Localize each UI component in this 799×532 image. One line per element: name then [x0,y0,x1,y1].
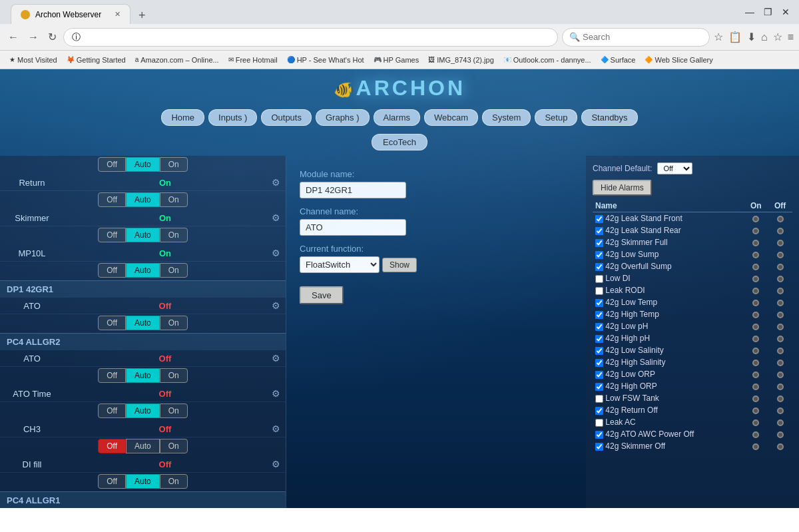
nav-graphs[interactable]: Graphs ) [316,109,370,126]
alarm-on-radio[interactable] [752,228,759,234]
off-btn[interactable]: Off [98,228,126,242]
bookmark-outlook[interactable]: 📧 Outlook.com - dannye... [499,55,595,65]
off-btn[interactable]: Off [98,368,126,383]
nav-home[interactable]: Home [161,109,204,126]
channel-default-select[interactable]: Off On Auto [657,162,692,174]
on-btn[interactable]: On [160,439,188,453]
alarm-on-radio[interactable] [752,276,759,282]
alarm-off-radio[interactable] [777,216,784,222]
gear-button[interactable]: ⚙ [272,300,280,311]
alarm-off-radio[interactable] [777,276,784,282]
auto-btn[interactable]: Auto [126,439,160,453]
alarm-on-radio[interactable] [752,419,759,426]
alarm-off-radio[interactable] [777,264,784,270]
alarm-checkbox[interactable] [595,347,603,355]
on-btn[interactable]: On [160,316,188,330]
bookmark-most-visited[interactable]: ★ Most Visited [5,55,61,65]
on-btn[interactable]: On [160,263,188,278]
on-btn[interactable]: On [160,228,188,242]
alarm-checkbox[interactable] [595,227,603,235]
off-btn[interactable]: Off [98,403,126,418]
alarm-off-radio[interactable] [777,419,784,426]
alarm-on-radio[interactable] [752,348,759,354]
alarm-on-radio[interactable] [752,252,759,258]
off-btn[interactable]: Off [98,316,126,330]
nav-inputs[interactable]: Inputs ) [208,109,257,126]
off-btn[interactable]: Off [98,263,126,278]
auto-btn[interactable]: Auto [126,228,160,242]
nav-setup[interactable]: Setup [535,109,577,126]
gear-button[interactable]: ⚙ [272,423,280,434]
alarm-checkbox[interactable] [595,431,603,439]
alarm-checkbox[interactable] [595,275,603,283]
address-bar[interactable]: ⓘ [63,28,558,47]
alarm-on-radio[interactable] [752,372,759,378]
auto-btn[interactable]: Auto [126,263,160,278]
alarm-on-radio[interactable] [752,443,759,450]
alarm-on-radio[interactable] [752,216,759,222]
alarm-off-radio[interactable] [777,228,784,234]
alarm-off-radio[interactable] [777,252,784,258]
alarm-on-radio[interactable] [752,407,759,414]
on-btn[interactable]: On [160,157,188,172]
alarm-off-radio[interactable] [777,443,784,450]
nav-alarms[interactable]: Alarms [374,109,420,126]
close-button[interactable]: ✕ [778,7,794,17]
off-btn-active[interactable]: Off [98,439,126,453]
reading-list-icon[interactable]: 📋 [728,31,742,43]
module-name-input[interactable] [300,182,406,198]
save-button[interactable]: Save [300,286,344,304]
alarm-checkbox[interactable] [595,419,603,427]
off-btn[interactable]: Off [98,474,126,489]
alarm-on-radio[interactable] [752,396,759,402]
auto-btn[interactable]: Auto [126,368,160,383]
off-btn[interactable]: Off [98,192,126,207]
alarm-checkbox[interactable] [595,395,603,403]
alarm-checkbox[interactable] [595,311,603,319]
gear-button[interactable]: ⚙ [272,459,280,469]
nav-standbys[interactable]: Standbys [581,109,637,126]
alarm-checkbox[interactable] [595,335,603,343]
nav-system[interactable]: System [482,109,531,126]
bookmark-web-slice[interactable]: 🔶 Web Slice Gallery [641,55,716,65]
nav-ecotech[interactable]: EcoTech [372,134,427,150]
auto-btn[interactable]: Auto [126,474,160,489]
alarm-on-radio[interactable] [752,300,759,306]
auto-btn[interactable]: Auto [126,403,160,418]
auto-btn[interactable]: Auto [126,157,160,172]
alarm-off-radio[interactable] [777,407,784,414]
new-tab-button[interactable]: + [133,7,151,24]
function-select[interactable]: FloatSwitch Manual Timer Linked [300,256,380,273]
alarm-on-radio[interactable] [752,240,759,246]
home-icon[interactable]: ⌂ [761,31,768,43]
alarm-off-radio[interactable] [777,396,784,402]
off-btn[interactable]: Off [98,157,126,172]
gear-button[interactable]: ⚙ [272,353,280,364]
alarm-checkbox[interactable] [595,239,603,247]
forward-button[interactable]: → [25,30,41,45]
reload-button[interactable]: ↻ [45,29,59,45]
alarm-checkbox[interactable] [595,251,603,259]
search-box[interactable]: 🔍 [562,28,710,47]
alarm-checkbox[interactable] [595,299,603,307]
download-icon[interactable]: ⬇ [747,31,756,43]
alarm-checkbox[interactable] [595,263,603,271]
bookmark-amazon[interactable]: a Amazon.com – Online... [131,55,223,65]
nav-outputs[interactable]: Outputs [261,109,312,126]
menu-icon[interactable]: ≡ [788,31,794,43]
alarm-on-radio[interactable] [752,431,759,438]
alarm-checkbox[interactable] [595,443,603,451]
tab-close-btn[interactable]: ✕ [115,10,121,19]
alarm-off-radio[interactable] [777,288,784,294]
bookmark-hotmail[interactable]: ✉ Free Hotmail [224,55,282,65]
auto-btn[interactable]: Auto [126,316,160,330]
active-tab[interactable]: Archon Webserver ✕ [11,4,131,24]
alarm-off-radio[interactable] [777,348,784,354]
channel-name-input[interactable] [300,219,406,236]
show-button[interactable]: Show [382,258,417,272]
nav-webcam[interactable]: Webcam [424,109,478,126]
alarm-on-radio[interactable] [752,312,759,318]
alarm-off-radio[interactable] [777,240,784,246]
gear-button[interactable]: ⚙ [272,212,280,223]
alarm-off-radio[interactable] [777,312,784,318]
